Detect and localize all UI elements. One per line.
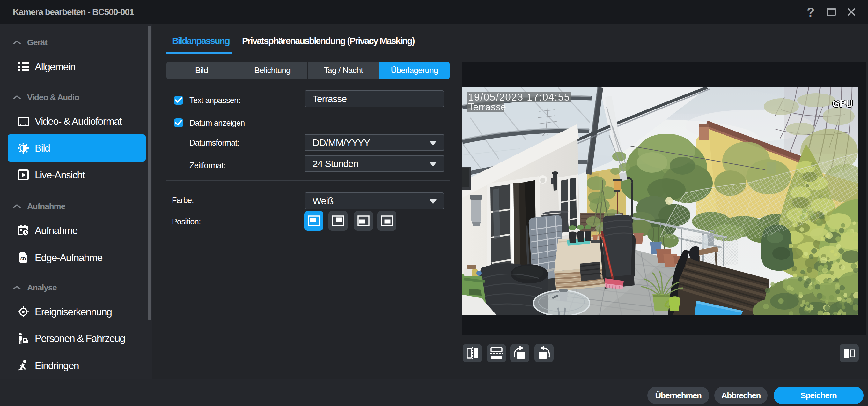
svg-text:SD: SD xyxy=(21,256,26,261)
svg-text:GPU: GPU xyxy=(832,98,853,110)
svg-text:Terrasse: Terrasse xyxy=(468,102,506,113)
